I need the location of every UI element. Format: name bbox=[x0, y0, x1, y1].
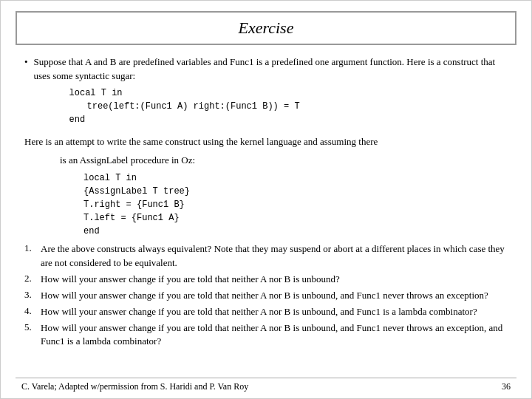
bullet-text: Suppose that A and B are predefined vari… bbox=[34, 56, 496, 81]
code2-line2: {AssignLabel T tree} bbox=[83, 185, 508, 198]
code-block-2: local T in {AssignLabel T tree} T.right … bbox=[83, 171, 508, 238]
footer: C. Varela; Adapted w/permission from S. … bbox=[1, 378, 531, 398]
code2-line5: end bbox=[83, 225, 508, 238]
paragraph-1-line2: is an AssignLabel procedure in Oz: bbox=[60, 154, 508, 168]
paragraph-1: Here is an attempt to write the same con… bbox=[24, 135, 508, 168]
slide-title: Exercise bbox=[239, 18, 294, 37]
code2-line1: local T in bbox=[83, 171, 508, 185]
footer-left: C. Varela; Adapted w/permission from S. … bbox=[21, 381, 248, 392]
title-bar: Exercise bbox=[16, 11, 516, 45]
code-block-1: local T in tree(left:(Func1 A) right:(Fu… bbox=[69, 86, 508, 126]
bullet-marker: • bbox=[24, 56, 28, 68]
code2-line4: T.left = {Func1 A} bbox=[83, 211, 508, 225]
list-item-text: How will your answer change if you are t… bbox=[41, 321, 508, 349]
list-item-num: 2. bbox=[24, 273, 36, 284]
code2-line3: T.right = {Func1 B} bbox=[83, 198, 508, 211]
numbered-list: 1.Are the above constructs always equiva… bbox=[24, 242, 508, 349]
list-item-text: How will your answer change if you are t… bbox=[41, 289, 488, 303]
list-item-num: 3. bbox=[24, 289, 36, 301]
paragraph-1-line1: Here is an attempt to write the same con… bbox=[24, 135, 508, 149]
list-item: 1.Are the above constructs always equiva… bbox=[24, 242, 508, 270]
list-item: 4.How will your answer change if you are… bbox=[24, 305, 508, 319]
code-line-3: end bbox=[69, 113, 508, 126]
list-item: 5.How will your answer change if you are… bbox=[24, 321, 508, 349]
content-area: • Suppose that A and B are predefined va… bbox=[1, 52, 531, 378]
footer-right: 36 bbox=[502, 381, 511, 392]
list-item-num: 4. bbox=[24, 305, 36, 317]
code-line-2: tree(left:(Func1 A) right:(Func1 B)) = T bbox=[87, 100, 508, 113]
bullet-section: • Suppose that A and B are predefined va… bbox=[24, 55, 508, 129]
list-item: 3.How will your answer change if you are… bbox=[24, 289, 508, 303]
list-item: 2.How will your answer change if you are… bbox=[24, 273, 508, 287]
list-item-num: 5. bbox=[24, 321, 36, 333]
code-line-1: local T in bbox=[69, 86, 508, 100]
bullet-content: Suppose that A and B are predefined vari… bbox=[34, 55, 508, 129]
list-item-text: How will your answer change if you are t… bbox=[41, 305, 477, 319]
slide: Exercise • Suppose that A and B are pred… bbox=[0, 0, 532, 399]
list-item-num: 1. bbox=[24, 242, 36, 254]
list-item-text: How will your answer change if you are t… bbox=[41, 273, 340, 287]
list-item-text: Are the above constructs always equivale… bbox=[41, 242, 508, 270]
